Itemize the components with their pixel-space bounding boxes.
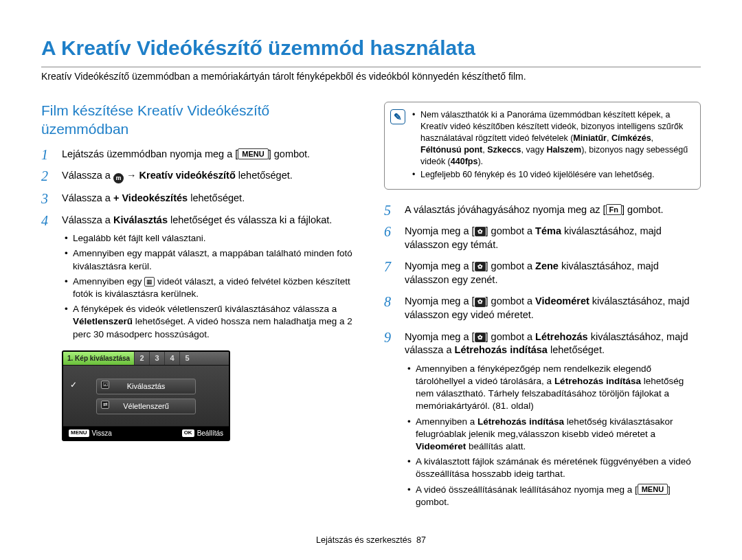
step-4: 4 Válassza a Kiválasztás lehetőséget és …	[41, 214, 358, 442]
s9b4-a: A videó összeállításának leállításához n…	[416, 484, 638, 495]
step-3-text-a: Válassza a	[62, 192, 113, 203]
film-icon: ▦	[144, 277, 155, 287]
screen-select-label: Kiválasztás	[127, 381, 166, 392]
menu-key-icon: MENU	[238, 148, 268, 159]
step-6-strong: Téma	[535, 225, 561, 236]
menu-key-icon: MENU	[638, 484, 668, 495]
step-number: 2	[41, 167, 48, 186]
step-number: 5	[384, 201, 391, 220]
note-b1-s4: Szkeccs	[487, 145, 521, 155]
raise-icon: ✿	[475, 262, 486, 271]
step-4-bullet-1: Legalább két fájlt kell választani.	[65, 232, 358, 245]
screen-tab-4: 4	[164, 352, 179, 365]
step-number: 8	[384, 293, 391, 311]
raise-icon: ✿	[475, 333, 486, 342]
footer-page: 87	[416, 535, 426, 545]
note-box: ✎ Nem választhatók ki a Panoráma üzemmód…	[384, 102, 701, 189]
right-column: ✎ Nem választhatók ki a Panoráma üzemmód…	[384, 102, 701, 517]
step-2-text-d: lehetőséget.	[236, 170, 293, 181]
step-number: 7	[384, 258, 391, 276]
step-number: 1	[41, 146, 48, 164]
raise-icon: ✿	[475, 227, 486, 236]
mode-icon: m	[113, 173, 124, 183]
step-2-text-a: Válassza a	[62, 170, 113, 181]
title-rule	[41, 67, 701, 67]
step-9-b: ] gombot a	[486, 331, 536, 342]
note-icon: ✎	[390, 109, 405, 124]
step-8: 8 Nyomja meg a [✿] gombot a Videoméret k…	[384, 295, 701, 322]
step-2: 2 Válassza a m → Kreatív videókészítő le…	[41, 169, 358, 183]
page-title: A Kreatív Videókészítő üzemmód használat…	[41, 34, 701, 63]
step-7-a: Nyomja meg a [	[405, 260, 475, 271]
screen-back: MENU Vissza	[69, 429, 112, 438]
note-b1-sep2: ,	[651, 133, 653, 143]
step-4-bullet-4: A fényképek és videók véletlenszerű kivá…	[65, 303, 358, 341]
step-1: 1 Lejátszás üzemmódban nyomja meg a [MEN…	[41, 148, 358, 161]
note-b1-s3: Féltónusú pont	[420, 145, 482, 155]
step-9-strong1: Létrehozás	[535, 331, 588, 342]
step-number: 3	[41, 190, 48, 208]
step-3-text-c: lehetőséget.	[188, 192, 245, 203]
screen-tab-2: 2	[134, 352, 149, 365]
screen-select-pill: ☑ Kiválasztás	[96, 379, 196, 394]
s9b2-a: Amennyiben a	[416, 416, 477, 427]
note-b1-or: , vagy	[521, 145, 547, 155]
step-9: 9 Nyomja meg a [✿] gombot a Létrehozás k…	[384, 331, 701, 509]
step-4-text-c: lehetőséget és válassza ki a fájlokat.	[168, 214, 332, 225]
step-4-bullet-3-pre: Amennyiben egy	[73, 276, 144, 287]
step-8-b: ] gombot a	[486, 295, 536, 306]
step-1-text-a: Lejátszás üzemmódban nyomja meg a [	[62, 148, 238, 159]
screen-random-label: Véletlenszerű	[123, 401, 169, 412]
step-5-b: ] gombot.	[622, 204, 663, 215]
note-bullet-2: Legfeljebb 60 fénykép és 10 videó kijelö…	[412, 169, 692, 181]
screen-back-label: Vissza	[92, 429, 112, 438]
step-6-a: Nyomja meg a [	[405, 225, 475, 236]
step-6-b: ] gombot a	[486, 225, 536, 236]
step-2-strong: Kreatív videókészítő	[139, 170, 236, 181]
screen-set-label: Beállítás	[197, 429, 223, 438]
note-b1-s6: 440fps	[451, 157, 478, 166]
step-6: 6 Nyomja meg a [✿] gombot a Téma kiválas…	[384, 225, 701, 251]
step-number: 6	[384, 223, 391, 241]
screen-tab-3: 3	[149, 352, 164, 365]
note-b1-s1: Miniatűr	[573, 133, 607, 143]
step-9-strong2: Létrehozás indítása	[455, 344, 548, 355]
step-number: 9	[384, 328, 391, 347]
step-4-text-a: Válassza a	[62, 214, 113, 225]
page-footer: Lejátszás és szerkesztés 87	[0, 535, 742, 546]
s9b2-c: beállítás alatt.	[466, 441, 526, 451]
step-9-a: Nyomja meg a [	[405, 331, 475, 342]
camera-screenshot: 1. Kép kiválasztása 2 3 4 5 ✓ ☑ Kiválasz…	[62, 350, 230, 442]
select-pill-icon: ☑	[101, 381, 109, 389]
s9b2-s2: Videoméret	[416, 441, 466, 451]
screen-tab-5: 5	[179, 352, 194, 365]
note-b1-c: ).	[477, 157, 483, 166]
step-3: 3 Válassza a + Videokészítés lehetőséget…	[41, 192, 358, 205]
left-column: Film készítése Kreatív Videókészítő üzem…	[41, 102, 358, 517]
section-title: Film készítése Kreatív Videókészítő üzem…	[41, 102, 358, 138]
step-7-b: ] gombot a	[486, 260, 536, 271]
step-5: 5 A választás jóváhagyásához nyomja meg …	[384, 203, 701, 217]
step-8-strong: Videoméret	[535, 295, 589, 306]
step-9-bullet-1: Amennyiben a fényképezőgép nem rendelkez…	[407, 363, 701, 413]
step-9-bullet-3: A kiválasztott fájlok számának és méreté…	[407, 456, 701, 480]
random-pill-icon: ⇄	[101, 401, 109, 409]
checkmark-icon: ✓	[70, 379, 77, 390]
screen-random-pill: ⇄ Véletlenszerű	[96, 399, 196, 414]
step-4-bullet-2: Amennyiben egy mappát választ, a mappába…	[65, 247, 358, 272]
step-4-bullet-3: Amennyiben egy ▦ videót választ, a videó…	[65, 276, 358, 300]
s9b2-s1: Létrehozás indítása	[477, 416, 564, 427]
menu-key-mini-icon: MENU	[69, 429, 89, 437]
note-b1-s5: Halszem	[546, 145, 581, 155]
step-4-strong: Kiválasztás	[113, 214, 168, 225]
step-9-bullet-4: A videó összeállításának leállításához n…	[407, 484, 701, 508]
step-4-bullet-4-strong: Véletlenszerű	[73, 316, 133, 326]
screen-set: OK Beállítás	[182, 429, 223, 438]
step-number: 4	[41, 212, 48, 230]
note-bullet-1: Nem választhatók ki a Panoráma üzemmódba…	[412, 109, 692, 167]
note-b1-sep1: ,	[607, 133, 611, 143]
step-1-text-b: ] gombot.	[269, 148, 310, 159]
step-2-arrow: →	[124, 170, 139, 181]
intro-text: Kreatív Videókészítő üzemmódban a memóri…	[41, 70, 701, 83]
step-7-strong: Zene	[535, 260, 559, 271]
